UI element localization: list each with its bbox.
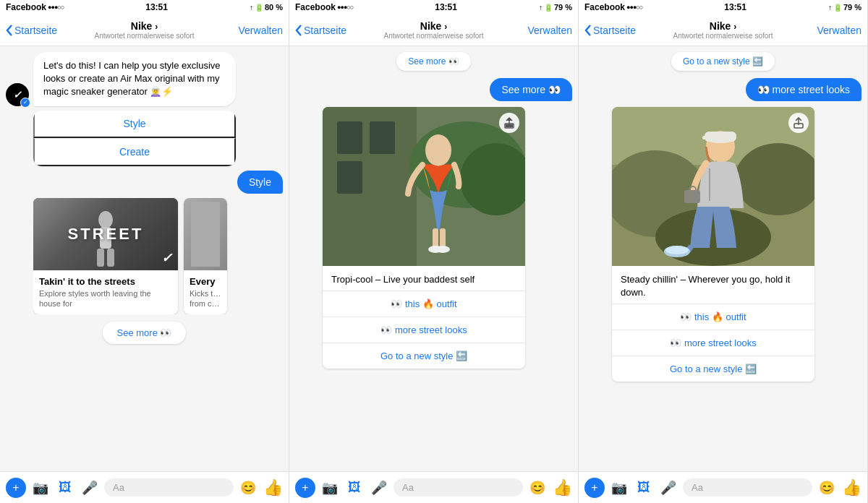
street-nike-logo: ✓	[161, 250, 172, 266]
svg-rect-14	[440, 228, 446, 249]
nav-subtitle-3: Antwortet normalerweise sofort	[673, 32, 773, 40]
card-body-second: Every Kicks t… from c…	[184, 270, 227, 315]
emoji-icon-2[interactable]: 😊	[527, 478, 548, 498]
share-icon-3[interactable]	[788, 113, 809, 133]
phone-panel-3: Facebook ●●●○○ 13:51 ↑ 🔋 79 % Startseite…	[579, 0, 868, 503]
this-outfit-btn-3[interactable]: 👀 this 🔥 outfit	[612, 304, 814, 330]
status-right-1: ↑ 🔋 80 %	[250, 3, 283, 12]
card-street: STREET ✓ Takin' it to the streets Explor…	[33, 198, 178, 315]
svg-rect-2	[97, 249, 104, 267]
nav-bar-1: Startseite Nike › Antwortet normalerweis…	[0, 14, 289, 46]
card-action-btns-2: 👀 this 🔥 outfit 👀 more street looks Go t…	[323, 291, 525, 369]
user-msg-row-1: Style	[6, 171, 283, 194]
photo-icon-2[interactable]: 🖼	[344, 478, 365, 498]
manage-btn-1[interactable]: Verwalten	[239, 25, 283, 36]
nike-badge-1	[20, 98, 30, 108]
see-more-prev-btn-2[interactable]: See more 👀	[396, 52, 470, 71]
camera-icon-2[interactable]: 📷	[320, 478, 340, 498]
nav-bar-2: Startseite Nike › Antwortet normalerweis…	[289, 14, 578, 46]
nav-center-2: Nike › Antwortet normalerweise sofort	[384, 20, 484, 40]
photo-icon-1[interactable]: 🖼	[55, 478, 75, 498]
thumbs-up-icon-1[interactable]: 👍	[263, 478, 283, 498]
text-input-2[interactable]: Aa	[393, 478, 523, 496]
card-street-img: STREET ✓	[33, 198, 178, 270]
status-left-3: Facebook ●●●○○	[584, 2, 642, 12]
plus-icon-2[interactable]: +	[295, 478, 315, 498]
plus-icon-3[interactable]: +	[584, 478, 605, 498]
camera-icon-3[interactable]: 📷	[609, 478, 629, 498]
input-placeholder-2: Aa	[402, 482, 414, 493]
svg-point-12	[425, 134, 451, 166]
share-icon-2[interactable]	[499, 113, 519, 133]
svg-rect-26	[702, 136, 710, 139]
photo-icon-3[interactable]: 🖼	[634, 478, 654, 498]
new-style-btn-3[interactable]: Go to a new style 🔙	[612, 356, 814, 382]
see-more-prev-3: Go to a new style 🔙	[584, 52, 861, 71]
nav-subtitle-2: Antwortet normalerweise sofort	[384, 32, 484, 40]
more-street-btn-2[interactable]: 👀 more street looks	[323, 317, 525, 343]
bottom-toolbar-3: + 📷 🖼 🎤 Aa 😊 👍	[579, 471, 867, 503]
cards-carousel-1: STREET ✓ Takin' it to the streets Explor…	[33, 198, 283, 315]
manage-btn-2[interactable]: Verwalten	[528, 25, 572, 36]
photo-area-2	[323, 107, 525, 266]
location-icon-3: ↑	[828, 4, 832, 12]
style-btn[interactable]: Style	[33, 111, 236, 138]
text-input-3[interactable]: Aa	[683, 478, 812, 496]
card-action-btns-3: 👀 this 🔥 outfit 👀 more street looks Go t…	[612, 304, 814, 382]
svg-point-28	[665, 246, 689, 254]
thumbs-up-icon-2[interactable]: 👍	[552, 478, 572, 498]
photo-area-3	[612, 107, 814, 266]
svg-rect-7	[337, 121, 362, 154]
create-btn[interactable]: Create	[33, 138, 236, 166]
back-label-2[interactable]: Startseite	[304, 25, 346, 36]
nav-title-2: Nike ›	[384, 20, 484, 32]
emoji-icon-3[interactable]: 😊	[817, 478, 837, 498]
see-more-row-1: See more 👀	[6, 319, 283, 347]
nav-back-1[interactable]: Startseite	[6, 25, 57, 36]
manage-btn-3[interactable]: Verwalten	[817, 25, 861, 36]
bot-msg-row-1: ✓ Let's do this! I can help you style ex…	[6, 52, 283, 106]
user-msg-row-3: 👀 more street looks	[584, 78, 861, 101]
see-more-prev-2: See more 👀	[295, 52, 572, 71]
steady-photo-svg	[612, 107, 814, 266]
svg-rect-13	[433, 228, 438, 249]
location-icon-2: ↑	[539, 4, 542, 12]
text-input-1[interactable]: Aa	[104, 478, 234, 496]
nav-back-3[interactable]: Startseite	[584, 25, 636, 36]
card-title-street: Takin' it to the streets	[39, 276, 172, 287]
mic-icon-3[interactable]: 🎤	[658, 478, 678, 498]
nav-back-2[interactable]: Startseite	[295, 25, 346, 36]
street-text: STREET	[68, 225, 144, 244]
time-2: 13:51	[435, 2, 457, 12]
this-outfit-btn-2[interactable]: 👀 this 🔥 outfit	[323, 291, 525, 317]
quick-replies-1: Style Create	[33, 111, 236, 166]
app-name-2: Facebook	[295, 2, 336, 12]
card-title-second: Every	[190, 276, 221, 287]
thumbs-up-icon-3[interactable]: 👍	[841, 478, 861, 498]
status-left-2: Facebook ●●●○○	[295, 2, 353, 12]
nav-subtitle-1: Antwortet normalerweise sofort	[95, 32, 195, 40]
battery-pct-1: 80 %	[265, 3, 283, 12]
status-bar-3: Facebook ●●●○○ 13:51 ↑ 🔋 79 %	[579, 0, 867, 14]
user-bubble-2: See more 👀	[490, 78, 572, 101]
back-label-3[interactable]: Startseite	[593, 25, 636, 36]
mic-icon-2[interactable]: 🎤	[369, 478, 389, 498]
nav-title-1: Nike ›	[95, 20, 195, 32]
status-right-2: ↑ 🔋 79 %	[539, 3, 572, 12]
battery-icon-2: 🔋	[544, 4, 553, 12]
bottom-toolbar-2: + 📷 🖼 🎤 Aa 😊 👍	[289, 471, 578, 503]
battery-pct-2: 79 %	[554, 3, 572, 12]
camera-icon-1[interactable]: 📷	[30, 478, 51, 498]
status-bar-2: Facebook ●●●○○ 13:51 ↑ 🔋 79 %	[289, 0, 578, 14]
new-style-btn-2[interactable]: Go to a new style 🔙	[323, 343, 525, 369]
chat-area-2: See more 👀 See more 👀	[289, 46, 578, 471]
mic-icon-1[interactable]: 🎤	[80, 478, 100, 498]
back-label-1[interactable]: Startseite	[14, 25, 57, 36]
more-street-btn-3[interactable]: 👀 more street looks	[612, 330, 814, 356]
plus-icon-1[interactable]: +	[6, 478, 26, 498]
see-more-prev-btn-3[interactable]: Go to a new style 🔙	[671, 52, 775, 71]
card-second: Every Kicks t… from c…	[184, 198, 227, 315]
svg-point-16	[435, 246, 450, 253]
see-more-btn-1[interactable]: See more 👀	[103, 322, 187, 344]
emoji-icon-1[interactable]: 😊	[238, 478, 258, 498]
